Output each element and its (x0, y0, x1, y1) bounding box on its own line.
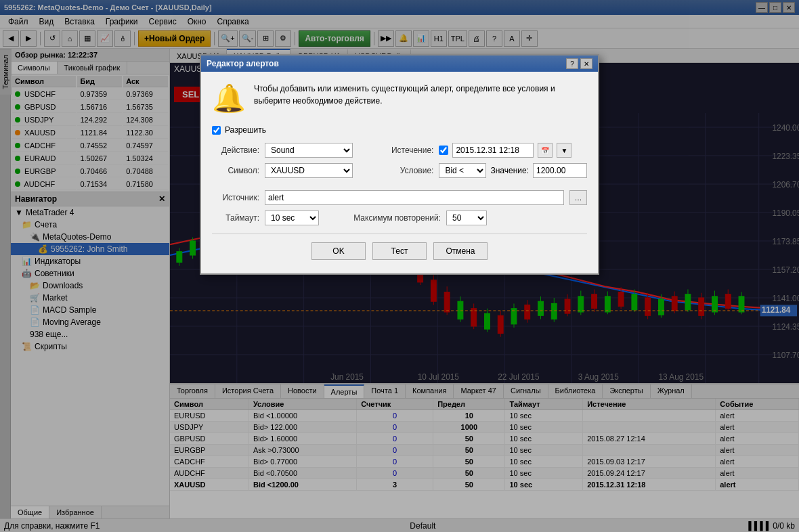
expiry-input[interactable] (452, 143, 534, 158)
modal-right-col: Истечение: 📅 ▼ Условие: Bid < (386, 143, 587, 183)
source-browse-button[interactable]: … (569, 190, 587, 205)
allow-label: Разрешить (225, 125, 266, 135)
action-label: Действие: (212, 146, 259, 155)
modal-allow-row: Разрешить (212, 125, 587, 135)
condition-select[interactable]: Bid < Bid > Ask < Ask > (439, 163, 486, 178)
modal-title: Редактор алертов (207, 59, 279, 68)
symbol-row: Символ: XAUUSD (212, 163, 372, 178)
modal-footer: OK Тест Отмена (212, 234, 587, 263)
action-select[interactable]: Sound Alert Email (265, 143, 353, 158)
ok-button[interactable]: OK (311, 242, 366, 260)
expiry-dropdown[interactable]: ▼ (557, 143, 571, 158)
symbol-select[interactable]: XAUUSD (265, 163, 353, 178)
timeout-label: Таймаут: (212, 213, 259, 223)
modal-info: 🔔 Чтобы добавить или изменить существующ… (212, 83, 587, 114)
cancel-button[interactable]: Отмена (433, 242, 488, 260)
modal-left-col: Действие: Sound Alert Email Символ: XAUU… (212, 143, 372, 183)
expiry-label: Истечение: (386, 146, 433, 155)
condition-value-row: Условие: Bid < Bid > Ask < Ask > Значени… (386, 163, 587, 178)
modal-fields-grid: Действие: Sound Alert Email Символ: XAUU… (212, 143, 587, 183)
expiry-control-row: 📅 ▼ (439, 143, 571, 158)
action-row: Действие: Sound Alert Email (212, 143, 372, 158)
timeout-row: Таймаут: 10 sec 30 sec 1 min Максимум по… (212, 210, 587, 225)
value-input[interactable] (533, 163, 587, 178)
source-label: Источник: (212, 193, 259, 202)
source-input[interactable] (265, 190, 564, 205)
modal-overlay: Редактор алертов ? ✕ 🔔 Чтобы добавить ил… (0, 0, 799, 532)
expiry-checkbox[interactable] (439, 146, 448, 155)
modal-info-text: Чтобы добавить или изменить существующий… (254, 83, 587, 107)
expiry-row: Истечение: 📅 ▼ (386, 143, 587, 158)
timeout-field-row: Таймаут: 10 sec 30 sec 1 min (212, 210, 319, 225)
condition-controls: Bid < Bid > Ask < Ask > Значение: (439, 163, 587, 178)
value-label: Значение: (490, 166, 529, 175)
modal-body: 🔔 Чтобы добавить или изменить существующ… (201, 72, 598, 273)
alert-editor-modal: Редактор алертов ? ✕ 🔔 Чтобы добавить ил… (200, 54, 599, 275)
timeout-select[interactable]: 10 sec 30 sec 1 min (265, 210, 319, 225)
source-row: Источник: … (212, 190, 587, 205)
modal-close-button[interactable]: ✕ (580, 58, 592, 69)
test-button[interactable]: Тест (372, 242, 427, 260)
maxrepeat-row: Максимум повторений: 50 10 100 (346, 210, 487, 225)
modal-help-button[interactable]: ? (566, 58, 578, 69)
calendar-button[interactable]: 📅 (538, 143, 553, 158)
allow-checkbox[interactable] (212, 126, 221, 135)
bell-icon: 🔔 (212, 83, 246, 114)
symbol-label: Символ: (212, 166, 259, 175)
max-repeat-select[interactable]: 50 10 100 (446, 210, 487, 225)
modal-title-controls: ? ✕ (566, 58, 592, 69)
max-repeat-label: Максимум повторений: (346, 213, 441, 223)
condition-label: Условие: (386, 166, 433, 175)
modal-title-bar: Редактор алертов ? ✕ (201, 56, 598, 72)
